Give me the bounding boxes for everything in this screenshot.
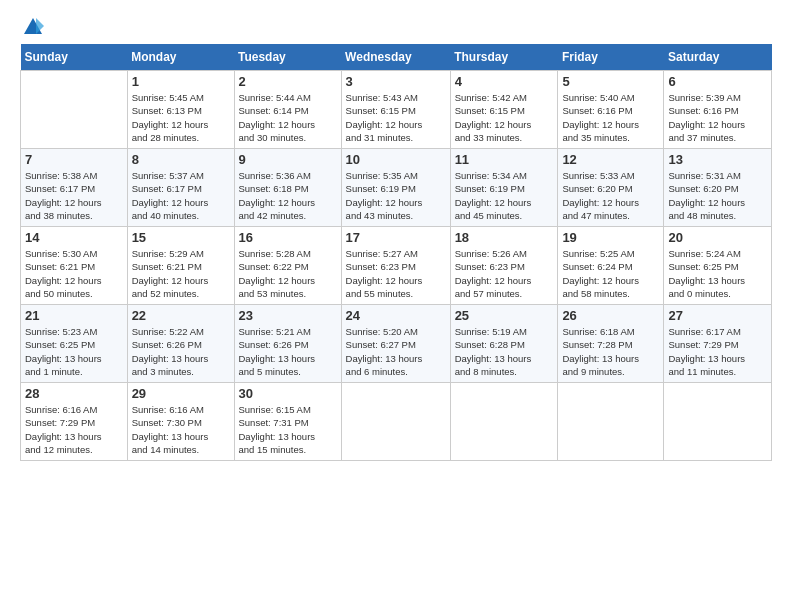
day-info: Sunrise: 6:17 AM Sunset: 7:29 PM Dayligh… — [668, 325, 767, 378]
day-number: 27 — [668, 308, 767, 323]
day-number: 23 — [239, 308, 337, 323]
day-number: 17 — [346, 230, 446, 245]
day-cell: 7Sunrise: 5:38 AM Sunset: 6:17 PM Daylig… — [21, 149, 128, 227]
day-cell: 28Sunrise: 6:16 AM Sunset: 7:29 PM Dayli… — [21, 383, 128, 461]
day-cell: 11Sunrise: 5:34 AM Sunset: 6:19 PM Dayli… — [450, 149, 558, 227]
day-info: Sunrise: 5:28 AM Sunset: 6:22 PM Dayligh… — [239, 247, 337, 300]
day-cell — [21, 71, 128, 149]
day-number: 25 — [455, 308, 554, 323]
day-cell: 24Sunrise: 5:20 AM Sunset: 6:27 PM Dayli… — [341, 305, 450, 383]
day-cell: 6Sunrise: 5:39 AM Sunset: 6:16 PM Daylig… — [664, 71, 772, 149]
day-info: Sunrise: 5:20 AM Sunset: 6:27 PM Dayligh… — [346, 325, 446, 378]
day-info: Sunrise: 5:40 AM Sunset: 6:16 PM Dayligh… — [562, 91, 659, 144]
day-info: Sunrise: 5:19 AM Sunset: 6:28 PM Dayligh… — [455, 325, 554, 378]
day-cell: 10Sunrise: 5:35 AM Sunset: 6:19 PM Dayli… — [341, 149, 450, 227]
day-info: Sunrise: 5:45 AM Sunset: 6:13 PM Dayligh… — [132, 91, 230, 144]
day-info: Sunrise: 5:38 AM Sunset: 6:17 PM Dayligh… — [25, 169, 123, 222]
week-row-3: 14Sunrise: 5:30 AM Sunset: 6:21 PM Dayli… — [21, 227, 772, 305]
day-info: Sunrise: 5:43 AM Sunset: 6:15 PM Dayligh… — [346, 91, 446, 144]
day-info: Sunrise: 5:26 AM Sunset: 6:23 PM Dayligh… — [455, 247, 554, 300]
day-info: Sunrise: 5:29 AM Sunset: 6:21 PM Dayligh… — [132, 247, 230, 300]
day-info: Sunrise: 5:42 AM Sunset: 6:15 PM Dayligh… — [455, 91, 554, 144]
day-cell: 23Sunrise: 5:21 AM Sunset: 6:26 PM Dayli… — [234, 305, 341, 383]
day-number: 6 — [668, 74, 767, 89]
logo — [20, 16, 44, 34]
day-info: Sunrise: 5:21 AM Sunset: 6:26 PM Dayligh… — [239, 325, 337, 378]
day-cell: 2Sunrise: 5:44 AM Sunset: 6:14 PM Daylig… — [234, 71, 341, 149]
day-number: 2 — [239, 74, 337, 89]
day-cell: 12Sunrise: 5:33 AM Sunset: 6:20 PM Dayli… — [558, 149, 664, 227]
day-cell: 19Sunrise: 5:25 AM Sunset: 6:24 PM Dayli… — [558, 227, 664, 305]
day-cell — [664, 383, 772, 461]
logo-icon — [22, 16, 44, 38]
day-number: 9 — [239, 152, 337, 167]
day-cell: 17Sunrise: 5:27 AM Sunset: 6:23 PM Dayli… — [341, 227, 450, 305]
day-cell — [558, 383, 664, 461]
day-number: 28 — [25, 386, 123, 401]
day-cell: 16Sunrise: 5:28 AM Sunset: 6:22 PM Dayli… — [234, 227, 341, 305]
week-row-4: 21Sunrise: 5:23 AM Sunset: 6:25 PM Dayli… — [21, 305, 772, 383]
day-info: Sunrise: 5:36 AM Sunset: 6:18 PM Dayligh… — [239, 169, 337, 222]
day-cell: 26Sunrise: 6:18 AM Sunset: 7:28 PM Dayli… — [558, 305, 664, 383]
day-number: 19 — [562, 230, 659, 245]
day-cell: 8Sunrise: 5:37 AM Sunset: 6:17 PM Daylig… — [127, 149, 234, 227]
header — [20, 16, 772, 34]
day-info: Sunrise: 5:30 AM Sunset: 6:21 PM Dayligh… — [25, 247, 123, 300]
day-number: 30 — [239, 386, 337, 401]
day-number: 10 — [346, 152, 446, 167]
day-cell: 5Sunrise: 5:40 AM Sunset: 6:16 PM Daylig… — [558, 71, 664, 149]
day-info: Sunrise: 5:34 AM Sunset: 6:19 PM Dayligh… — [455, 169, 554, 222]
day-number: 12 — [562, 152, 659, 167]
day-info: Sunrise: 5:44 AM Sunset: 6:14 PM Dayligh… — [239, 91, 337, 144]
day-number: 16 — [239, 230, 337, 245]
day-number: 7 — [25, 152, 123, 167]
day-number: 11 — [455, 152, 554, 167]
day-cell — [450, 383, 558, 461]
column-header-sunday: Sunday — [21, 44, 128, 71]
day-cell — [341, 383, 450, 461]
day-info: Sunrise: 6:18 AM Sunset: 7:28 PM Dayligh… — [562, 325, 659, 378]
day-info: Sunrise: 5:33 AM Sunset: 6:20 PM Dayligh… — [562, 169, 659, 222]
day-info: Sunrise: 5:24 AM Sunset: 6:25 PM Dayligh… — [668, 247, 767, 300]
day-number: 15 — [132, 230, 230, 245]
day-info: Sunrise: 5:23 AM Sunset: 6:25 PM Dayligh… — [25, 325, 123, 378]
day-number: 14 — [25, 230, 123, 245]
day-number: 29 — [132, 386, 230, 401]
column-header-friday: Friday — [558, 44, 664, 71]
day-cell: 4Sunrise: 5:42 AM Sunset: 6:15 PM Daylig… — [450, 71, 558, 149]
day-cell: 25Sunrise: 5:19 AM Sunset: 6:28 PM Dayli… — [450, 305, 558, 383]
day-cell: 18Sunrise: 5:26 AM Sunset: 6:23 PM Dayli… — [450, 227, 558, 305]
day-number: 5 — [562, 74, 659, 89]
column-header-monday: Monday — [127, 44, 234, 71]
day-info: Sunrise: 5:39 AM Sunset: 6:16 PM Dayligh… — [668, 91, 767, 144]
column-header-saturday: Saturday — [664, 44, 772, 71]
day-number: 8 — [132, 152, 230, 167]
day-cell: 14Sunrise: 5:30 AM Sunset: 6:21 PM Dayli… — [21, 227, 128, 305]
day-number: 22 — [132, 308, 230, 323]
week-row-1: 1Sunrise: 5:45 AM Sunset: 6:13 PM Daylig… — [21, 71, 772, 149]
day-cell: 1Sunrise: 5:45 AM Sunset: 6:13 PM Daylig… — [127, 71, 234, 149]
day-number: 3 — [346, 74, 446, 89]
day-cell: 30Sunrise: 6:15 AM Sunset: 7:31 PM Dayli… — [234, 383, 341, 461]
day-info: Sunrise: 6:16 AM Sunset: 7:30 PM Dayligh… — [132, 403, 230, 456]
day-number: 4 — [455, 74, 554, 89]
day-number: 24 — [346, 308, 446, 323]
day-number: 20 — [668, 230, 767, 245]
day-info: Sunrise: 5:27 AM Sunset: 6:23 PM Dayligh… — [346, 247, 446, 300]
day-info: Sunrise: 5:22 AM Sunset: 6:26 PM Dayligh… — [132, 325, 230, 378]
day-number: 13 — [668, 152, 767, 167]
week-row-2: 7Sunrise: 5:38 AM Sunset: 6:17 PM Daylig… — [21, 149, 772, 227]
day-number: 18 — [455, 230, 554, 245]
page-container: SundayMondayTuesdayWednesdayThursdayFrid… — [0, 0, 792, 471]
day-cell: 22Sunrise: 5:22 AM Sunset: 6:26 PM Dayli… — [127, 305, 234, 383]
day-cell: 29Sunrise: 6:16 AM Sunset: 7:30 PM Dayli… — [127, 383, 234, 461]
day-info: Sunrise: 6:15 AM Sunset: 7:31 PM Dayligh… — [239, 403, 337, 456]
day-number: 21 — [25, 308, 123, 323]
day-cell: 9Sunrise: 5:36 AM Sunset: 6:18 PM Daylig… — [234, 149, 341, 227]
day-cell: 21Sunrise: 5:23 AM Sunset: 6:25 PM Dayli… — [21, 305, 128, 383]
week-row-5: 28Sunrise: 6:16 AM Sunset: 7:29 PM Dayli… — [21, 383, 772, 461]
column-header-thursday: Thursday — [450, 44, 558, 71]
day-number: 1 — [132, 74, 230, 89]
day-cell: 27Sunrise: 6:17 AM Sunset: 7:29 PM Dayli… — [664, 305, 772, 383]
day-cell: 20Sunrise: 5:24 AM Sunset: 6:25 PM Dayli… — [664, 227, 772, 305]
